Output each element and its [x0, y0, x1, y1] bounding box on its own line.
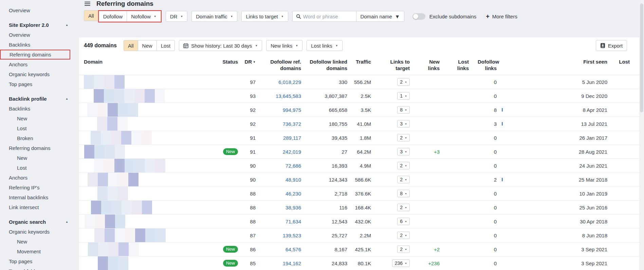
sidebar-item-new[interactable]: New: [0, 153, 79, 163]
sidebar-item-backlinks[interactable]: Backlinks: [0, 104, 79, 114]
dofollow-ref-domains-link[interactable]: 289,117: [283, 135, 301, 141]
links-to-target-dropdown[interactable]: 2▼: [397, 176, 410, 183]
filter-all-button[interactable]: All: [84, 10, 98, 21]
view-all-button[interactable]: All: [124, 40, 138, 51]
column-header-new-links[interactable]: New links: [417, 54, 448, 75]
links-to-target-dropdown[interactable]: 2▼: [397, 134, 410, 141]
collapse-arrow-icon[interactable]: ▲: [66, 97, 68, 100]
dofollow-ref-domains-link[interactable]: 13,645,583: [276, 93, 301, 99]
dofollow-links-value: 3: [494, 121, 497, 127]
column-header-dofollow-linked-domains[interactable]: Dofollow linked domains: [306, 54, 353, 75]
sidebar-item-overview[interactable]: Overview: [0, 5, 79, 15]
scrollbar-thumb[interactable]: [640, 3, 643, 112]
table-row: 92 994,975 665,658 3.5K 8▼ 8 8 Apr 2021: [79, 103, 639, 117]
sidebar-item-top-pages[interactable]: Top pages: [0, 79, 79, 89]
dofollow-ref-domains-link[interactable]: 994,975: [283, 107, 301, 113]
sidebar-item-anchors[interactable]: Anchors: [0, 173, 79, 183]
dofollow-ref-domains-link[interactable]: 38,936: [286, 205, 301, 210]
chevron-down-icon: ▼: [154, 15, 157, 18]
dr-filter-button[interactable]: DR ▼: [166, 11, 188, 22]
sidebar-item-top-subfolders[interactable]: Top subfolders: [0, 266, 79, 270]
filter-dofollow-button[interactable]: Dofollow: [99, 11, 127, 22]
column-header-links-to-target[interactable]: Links to target: [377, 54, 417, 75]
links-to-target-dropdown[interactable]: 6▼: [397, 218, 410, 225]
dofollow-ref-domains-link[interactable]: 736,372: [283, 121, 301, 127]
collapse-arrow-icon[interactable]: ▲: [66, 220, 68, 223]
sidebar-section-site-explorer-2-0[interactable]: Site Explorer 2.0▲: [0, 20, 79, 30]
view-new-button[interactable]: New: [138, 40, 157, 51]
sidebar-item-movement[interactable]: Movement: [0, 247, 79, 256]
sidebar-item-overview[interactable]: Overview: [0, 30, 79, 40]
sidebar-item-lost[interactable]: Lost: [0, 163, 79, 173]
dofollow-ref-domains-link[interactable]: 71,634: [286, 219, 301, 224]
dofollow-ref-domains-link[interactable]: 139,523: [283, 233, 301, 238]
dofollow-ref-domains-link[interactable]: 72,686: [286, 163, 301, 169]
links-to-target-dropdown[interactable]: 8▼: [397, 190, 410, 197]
column-header-lost[interactable]: Lost: [618, 54, 639, 75]
links-to-target-dropdown[interactable]: 2▼: [397, 246, 410, 253]
links-to-target-dropdown[interactable]: 2▼: [397, 232, 410, 239]
vertical-scrollbar[interactable]: [639, 0, 644, 270]
sidebar-section-backlink-profile[interactable]: Backlink profile▲: [0, 94, 79, 104]
sidebar-item-broken[interactable]: Broken: [0, 133, 79, 143]
collapse-arrow-icon[interactable]: ▲: [66, 23, 68, 27]
links-to-target-filter-button[interactable]: Links to target ▼: [241, 11, 288, 22]
export-button[interactable]: Export: [596, 40, 627, 51]
sidebar-item-lost[interactable]: Lost: [0, 123, 79, 133]
dofollow-ref-domains-link[interactable]: 242,019: [283, 149, 301, 155]
sidebar-item-internal-backlinks[interactable]: Internal backlinks: [0, 192, 79, 202]
domain-name-dropdown[interactable]: Domain name ▼: [356, 11, 404, 22]
menu-icon[interactable]: [84, 0, 91, 7]
domain-traffic-filter-button[interactable]: Domain traffic ▼: [191, 11, 237, 22]
sidebar-item-referring-ip-s[interactable]: Referring IP's: [0, 183, 79, 192]
column-header-dofollow-ref-domains[interactable]: Dofollow ref. domains: [258, 54, 306, 75]
column-header-status[interactable]: Status: [222, 54, 239, 75]
dofollow-ref-domains-link[interactable]: 6,018,229: [278, 79, 301, 85]
sidebar-item-top-pages[interactable]: Top pages: [0, 256, 79, 266]
dofollow-ref-domains-link[interactable]: 46,230: [286, 191, 301, 197]
new-links-dropdown[interactable]: New links ▼: [266, 40, 302, 51]
column-header-domain[interactable]: Domain: [79, 54, 222, 75]
links-to-target-dropdown[interactable]: 3▼: [397, 148, 410, 155]
sidebar-item-new[interactable]: New: [0, 114, 79, 123]
lost-links-dropdown[interactable]: Lost links ▼: [307, 40, 342, 51]
dofollow-ref-domains-link[interactable]: 64,576: [286, 247, 301, 252]
column-header-dr[interactable]: DR▼: [239, 54, 258, 75]
links-to-target-dropdown[interactable]: 2▼: [397, 78, 410, 86]
table-row: 87 139,523 25,727 2.2M 2▼ 0 8 Jun 2018: [79, 229, 639, 242]
table-row: 93 13,645,583 3,807,387 2.5K 1▼ 0 9 Dec …: [79, 89, 639, 103]
links-to-target-dropdown[interactable]: 3▼: [397, 120, 410, 128]
sidebar-item-organic-keywords[interactable]: Organic keywords: [0, 69, 79, 79]
links-to-target-dropdown[interactable]: 2▼: [397, 162, 410, 169]
sidebar-section-organic-search[interactable]: Organic search▲: [0, 217, 79, 227]
links-to-target-dropdown[interactable]: 236▼: [392, 259, 410, 267]
sidebar-item-organic-keywords[interactable]: Organic keywords: [0, 227, 79, 237]
show-history-button[interactable]: Show history: Last 30 days ▼: [179, 40, 262, 51]
filter-nofollow-button[interactable]: Nofollow ▼: [127, 11, 161, 22]
column-header-traffic[interactable]: Traffic: [353, 54, 377, 75]
links-to-target-dropdown[interactable]: 2▼: [397, 204, 410, 211]
links-to-target-dropdown[interactable]: 1▼: [397, 92, 410, 100]
first-seen-value: 5 Jun 2020: [505, 75, 618, 89]
dofollow-linked-domains-value: 2,718: [306, 187, 353, 201]
column-header-dofollow-links[interactable]: Dofollow links: [478, 54, 505, 75]
dofollow-ref-domains-link[interactable]: 194,162: [283, 260, 301, 266]
chevron-down-icon: ▼: [405, 179, 407, 181]
view-lost-button[interactable]: Lost: [157, 40, 175, 51]
sidebar-item-referring-domains[interactable]: Referring domains: [0, 50, 70, 60]
traffic-value: 425.1K: [353, 242, 377, 256]
column-header-first-seen[interactable]: First seen: [505, 54, 618, 75]
dofollow-ref-domains-link[interactable]: 48,910: [286, 177, 301, 183]
column-header-lost-links[interactable]: Lost links: [448, 54, 478, 75]
more-filters-button[interactable]: + More filters: [486, 13, 517, 19]
sidebar-item-anchors[interactable]: Anchors: [0, 60, 79, 69]
exclude-subdomains-toggle[interactable]: [412, 13, 425, 20]
sidebar-item-referring-domains[interactable]: Referring domains: [0, 143, 79, 153]
word-or-phrase-input[interactable]: [302, 11, 356, 21]
sidebar-item-backlinks[interactable]: Backlinks: [0, 40, 79, 50]
chevron-down-icon: ▼: [255, 44, 258, 47]
links-to-target-dropdown[interactable]: 8▼: [397, 106, 410, 114]
sidebar-item-link-intersect[interactable]: Link intersect: [0, 202, 79, 212]
search-icon: [296, 14, 301, 19]
sidebar-item-new[interactable]: New: [0, 237, 79, 247]
